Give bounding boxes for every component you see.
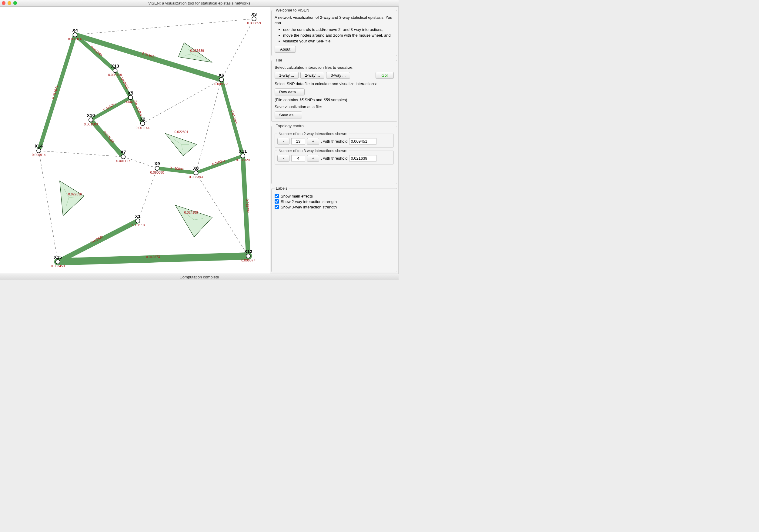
node-value: 0.006877 — [241, 258, 255, 262]
two-way-count-input[interactable] — [291, 138, 305, 144]
three-way-plus-button[interactable]: + — [307, 155, 319, 162]
node-label: X15 — [54, 254, 62, 260]
node-value: 0.000106 — [68, 37, 82, 41]
node-X10[interactable] — [89, 118, 93, 122]
node-label: X12 — [244, 249, 253, 254]
three-way-threshold-label: , with threshold — [321, 156, 347, 161]
node-value: 0.008320 — [236, 158, 250, 162]
two-way-plus-button[interactable]: + — [307, 138, 319, 145]
node-label: X5 — [128, 90, 133, 95]
about-button[interactable]: About — [275, 46, 296, 53]
three-way-triangle[interactable] — [165, 133, 196, 156]
one-way-button[interactable]: 1-way ... — [275, 72, 299, 79]
show-2way-checkbox[interactable] — [275, 199, 279, 204]
edge-value: 0.012732 — [246, 199, 250, 213]
network-canvas[interactable]: 0.0216390.0228910.0226900.0241600.011671… — [0, 7, 270, 274]
three-way-legend: Number of top 3-way interactions shown: — [277, 149, 348, 153]
three-way-count-input[interactable] — [291, 155, 305, 162]
two-way-button[interactable]: 2-way ... — [300, 72, 324, 79]
node-label: X4 — [72, 27, 78, 33]
file-select-snp-label: Select SNP data file to calculate and vi… — [275, 81, 394, 87]
window-title: ViSEN: a visualization tool for statisti… — [0, 1, 399, 6]
topology-legend: Topology control — [275, 124, 306, 128]
three-way-minus-button[interactable]: - — [277, 155, 290, 162]
raw-data-button[interactable]: Raw data ... — [275, 89, 305, 95]
node-X2[interactable] — [140, 122, 144, 126]
three-way-button[interactable]: 3-way ... — [326, 72, 350, 79]
node-label: X1 — [135, 213, 140, 219]
node-X1[interactable] — [136, 219, 140, 223]
welcome-legend: Welcome to ViSEN — [275, 8, 310, 13]
edge-value: 0.018873 — [146, 255, 160, 259]
go-button[interactable]: Go! — [376, 72, 394, 79]
node-label: X13 — [111, 63, 119, 68]
node-label: X11 — [239, 148, 247, 154]
file-panel: File Select calculated interaction files… — [271, 58, 397, 122]
node-value: 0.001583 — [84, 122, 98, 126]
dashed-edge — [196, 80, 221, 173]
file-info-mid: SNPs and — [303, 97, 323, 102]
three-way-triangle[interactable] — [60, 181, 84, 216]
node-X11[interactable] — [241, 154, 245, 158]
zoom-icon[interactable] — [13, 1, 17, 5]
file-info-pre: (File contains — [275, 97, 299, 102]
node-label: X2 — [140, 116, 145, 122]
content: 0.0216390.0228910.0226900.0241600.011671… — [0, 7, 399, 274]
three-way-triangle[interactable] — [178, 43, 212, 62]
dashed-edge — [39, 151, 58, 262]
node-X3[interactable] — [252, 17, 256, 21]
node-value: 0.003729 — [108, 73, 122, 77]
three-way-value: 0.021639 — [190, 49, 204, 53]
node-X13[interactable] — [113, 68, 117, 73]
node-label: X14 — [35, 143, 43, 148]
welcome-bullet: move the nodes around and zoom with the … — [283, 33, 394, 38]
node-X5[interactable] — [129, 95, 133, 100]
node-X9[interactable] — [155, 166, 159, 170]
two-way-threshold-label: , with threshold — [321, 139, 347, 144]
save-as-button[interactable]: Save as ... — [275, 111, 302, 118]
node-X6[interactable] — [219, 78, 223, 82]
node-X8[interactable] — [194, 171, 198, 175]
two-way-edge[interactable] — [39, 35, 75, 151]
node-value: 0.001127 — [116, 159, 130, 163]
two-way-edge[interactable] — [58, 221, 138, 262]
node-value: 0.000080 — [150, 171, 164, 174]
two-way-minus-button[interactable]: - — [277, 138, 290, 145]
close-icon[interactable] — [2, 1, 6, 5]
two-way-control: Number of top 2-way interactions shown: … — [275, 132, 394, 148]
node-label: X6 — [219, 72, 224, 78]
node-value: 0.003459 — [51, 264, 65, 268]
node-X15[interactable] — [56, 260, 60, 264]
status-text: Computation complete — [180, 275, 219, 279]
two-way-legend: Number of top 2-way interactions shown: — [277, 132, 348, 136]
sidebar: Welcome to ViSEN A network visualization… — [270, 7, 398, 274]
network-svg[interactable]: 0.0216390.0228910.0226900.0241600.011671… — [0, 7, 270, 274]
file-info: (File contains 15 SNPs and 658 samples) — [275, 97, 394, 103]
dashed-edge — [138, 168, 157, 221]
node-X12[interactable] — [246, 254, 250, 258]
file-legend: File — [275, 58, 283, 62]
welcome-bullet: use the controls to add/remove 2- and 3-… — [283, 27, 394, 32]
node-value: 0.001118 — [131, 223, 145, 227]
welcome-panel: Welcome to ViSEN A network visualization… — [271, 8, 397, 56]
three-way-threshold-input[interactable] — [349, 155, 377, 162]
status-bar: Computation complete — [0, 274, 399, 280]
topology-panel: Topology control Number of top 2-way int… — [271, 124, 397, 184]
three-way-control: Number of top 3-way interactions shown: … — [275, 149, 394, 165]
show-2way-label: Show 2-way interaction strength — [281, 199, 337, 204]
node-value: 0.003393 — [189, 175, 203, 179]
node-X7[interactable] — [121, 155, 126, 159]
minimize-icon[interactable] — [8, 1, 11, 5]
two-way-threshold-input[interactable] — [349, 138, 377, 144]
dashed-edge — [142, 80, 221, 124]
node-label: X9 — [154, 161, 160, 166]
node-value: 0.003859 — [247, 21, 261, 25]
show-main-effects-checkbox[interactable] — [275, 194, 279, 198]
node-X4[interactable] — [73, 33, 77, 37]
show-3way-checkbox[interactable] — [275, 205, 279, 209]
labels-panel: Labels Show main effects Show 2-way inte… — [271, 186, 397, 272]
three-way-value: 0.024160 — [184, 210, 198, 214]
two-way-edge[interactable] — [221, 80, 243, 156]
three-way-value: 0.022891 — [174, 130, 188, 133]
node-X14[interactable] — [37, 148, 41, 153]
